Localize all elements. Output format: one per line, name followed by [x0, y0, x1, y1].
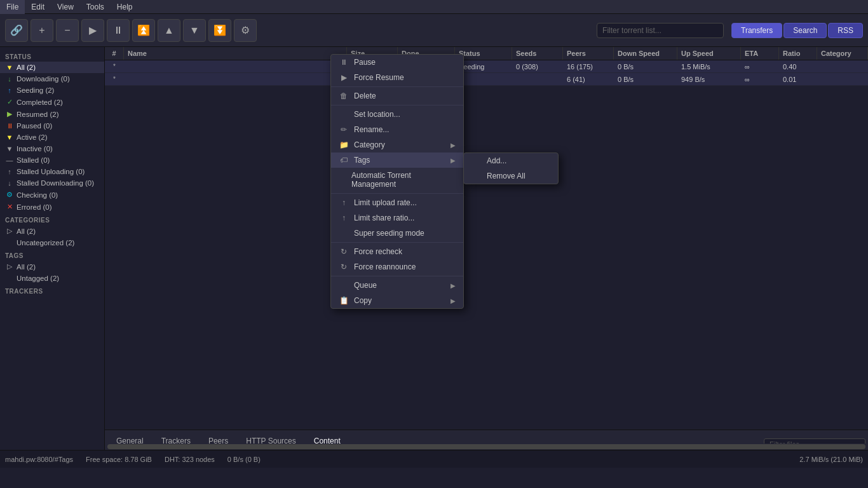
sidebar-item-stalled-uploading[interactable]: ↑ Stalled Uploading (0) [0, 166, 104, 177]
ctx-pause[interactable]: ⏸ Pause [331, 55, 463, 70]
row2-seeds [512, 78, 563, 81]
ctx-force-reannounce[interactable]: ↻ Force reannounce [331, 259, 463, 274]
ctx-category-label: Category [354, 140, 385, 149]
row1-name [124, 65, 347, 68]
status-dht: DHT: 323 nodes [165, 456, 215, 463]
ctx-delete[interactable]: 🗑 Delete [331, 88, 463, 104]
sidebar-item-active[interactable]: ▼ Active (2) [0, 132, 104, 143]
col-category[interactable]: Category [817, 47, 868, 60]
link-button[interactable]: 🔗 [5, 19, 28, 42]
ctx-set-location[interactable]: Set location... [331, 107, 463, 122]
menu-view[interactable]: View [51, 0, 80, 14]
row2-category [817, 78, 868, 81]
row1-peers: 16 (175) [563, 62, 614, 72]
ctx-limit-upload[interactable]: ↑ Limit upload rate... [331, 195, 463, 210]
sidebar-item-tag-untagged[interactable]: Untagged (2) [0, 273, 104, 284]
sidebar-item-completed[interactable]: ✓ Completed (2) [0, 96, 104, 108]
menu-file[interactable]: File [0, 0, 25, 14]
ctx-tags-remove-all[interactable]: Remove All [464, 168, 558, 184]
menu-tools[interactable]: Tools [80, 0, 111, 14]
category-icon: 📁 [339, 140, 349, 149]
col-eta[interactable]: ETA [741, 47, 779, 60]
ctx-force-recheck[interactable]: ↻ Force recheck [331, 244, 463, 259]
sidebar-checking-label: Checking (0) [17, 191, 58, 199]
ctx-rename[interactable]: ✏ Rename... [331, 122, 463, 137]
menu-help[interactable]: Help [111, 0, 139, 14]
sidebar-item-cat-uncategorized[interactable]: Uncategorized (2) [0, 237, 104, 248]
priority-up-button[interactable]: ▲ [158, 19, 180, 42]
ctx-force-resume[interactable]: ▶ Force Resume [331, 70, 463, 85]
tag-all-label: All (2) [17, 263, 36, 271]
sidebar: STATUS ▼ All (2) ↓ Downloading (0) ↑ See… [0, 47, 105, 450]
col-ratio[interactable]: Ratio [779, 47, 817, 60]
priority-down-button[interactable]: ▼ [183, 19, 206, 42]
rename-icon: ✏ [339, 125, 349, 134]
col-peers[interactable]: Peers [563, 47, 614, 60]
row2-eta: ∞ [741, 74, 779, 85]
row2-ratio: 0.01 [779, 74, 817, 85]
sidebar-item-stalled-downloading[interactable]: ↓ Stalled Downloading (0) [0, 177, 104, 189]
ctx-copy[interactable]: 📋 Copy ▶ [331, 293, 463, 308]
sidebar-resumed-label: Resumed (2) [17, 111, 58, 118]
ctx-category[interactable]: 📁 Category ▶ [331, 137, 463, 152]
ctx-super-seed-label: Super seeding mode [354, 229, 424, 238]
filter-input[interactable] [597, 23, 724, 38]
ctx-tags-add[interactable]: Add... [464, 153, 558, 168]
cat-uncategorized-label: Uncategorized (2) [17, 239, 74, 247]
search-button[interactable]: Search [783, 23, 827, 38]
ctx-tags[interactable]: 🏷 Tags ▶ Add... Remove All [331, 152, 463, 168]
col-name[interactable]: Name [124, 47, 347, 60]
sidebar-item-paused[interactable]: ⏸ Paused (0) [0, 120, 104, 132]
col-num[interactable]: # [105, 47, 124, 60]
scrollbar-thumb[interactable] [107, 444, 865, 449]
resume-button[interactable]: ▶ [81, 19, 104, 42]
ctx-auto-mgmt[interactable]: Automatic Torrent Management [331, 168, 463, 192]
delete-ctx-icon: 🗑 [339, 92, 349, 100]
remove-torrent-button[interactable]: − [56, 19, 79, 42]
ctx-sep4 [331, 242, 463, 243]
table-row[interactable]: * 100.0% Seeding 0 (308) 16 (175) 0 B/s … [105, 60, 868, 73]
reannounce-icon: ↻ [339, 262, 349, 271]
sidebar-item-resumed[interactable]: ▶ Resumed (2) [0, 108, 104, 120]
ctx-rename-label: Rename... [354, 125, 389, 134]
sidebar-item-seeding[interactable]: ↑ Seeding (2) [0, 85, 104, 96]
scrollbar-track[interactable] [105, 444, 868, 450]
col-up[interactable]: Up Speed [677, 47, 741, 60]
priority-bottom-button[interactable]: ⏬ [208, 19, 231, 42]
transfers-button[interactable]: Transfers [731, 23, 782, 38]
recheck-icon: ↻ [339, 247, 349, 256]
pause-button[interactable]: ⏸ [107, 19, 130, 42]
pause-ctx-icon: ⏸ [339, 58, 349, 67]
ctx-tags-remove-all-label: Remove All [487, 172, 526, 180]
sidebar-item-checking[interactable]: ⚙ Checking (0) [0, 189, 104, 201]
ctx-limit-share-label: Limit share ratio... [354, 214, 414, 222]
sidebar-item-tag-all[interactable]: ▷ All (2) [0, 261, 104, 273]
rss-button[interactable]: RSS [828, 23, 863, 38]
tag-untagged-label: Untagged (2) [17, 274, 59, 282]
col-down[interactable]: Down Speed [614, 47, 677, 60]
sidebar-item-stalled[interactable]: — Stalled (0) [0, 154, 104, 166]
ctx-queue[interactable]: Queue ▶ [331, 278, 463, 293]
tags-header: TAGS [0, 248, 104, 261]
main-context-menu: ⏸ Pause ▶ Force Resume 🗑 Delete Set loca… [330, 54, 464, 309]
col-seeds[interactable]: Seeds [512, 47, 563, 60]
ctx-limit-upload-label: Limit upload rate... [354, 198, 417, 207]
sidebar-item-all[interactable]: ▼ All (2) [0, 62, 104, 73]
resumed-icon: ▶ [5, 110, 14, 118]
torrent-table[interactable]: # Name Size Done Status Seeds Peers Down… [105, 47, 868, 430]
ctx-sep1 [331, 86, 463, 87]
table-row[interactable]: * 6 (41) 0 B/s 949 B/s ∞ 0.01 [105, 73, 868, 86]
sidebar-item-downloading[interactable]: ↓ Downloading (0) [0, 73, 104, 85]
priority-top-button[interactable]: ⏫ [132, 19, 155, 42]
ctx-limit-share[interactable]: ↑ Limit share ratio... [331, 210, 463, 226]
ctx-super-seed[interactable]: Super seeding mode [331, 226, 463, 241]
sidebar-item-cat-all[interactable]: ▷ All (2) [0, 225, 104, 237]
ctx-set-location-label: Set location... [354, 110, 400, 119]
checking-icon: ⚙ [5, 191, 14, 199]
sidebar-item-errored[interactable]: ✕ Errored (0) [0, 201, 104, 213]
stalled-icon: — [5, 156, 14, 164]
add-torrent-button[interactable]: + [31, 19, 53, 42]
sidebar-item-inactive[interactable]: ▼ Inactive (0) [0, 143, 104, 154]
settings-button[interactable]: ⚙ [234, 19, 257, 42]
menu-edit[interactable]: Edit [25, 0, 51, 14]
